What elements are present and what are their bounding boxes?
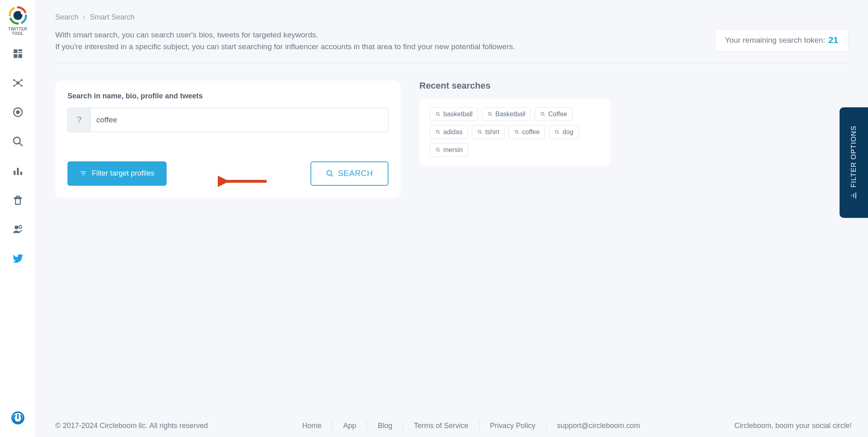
recent-searches: Recent searches basketballBasketballCoff… [419,80,610,198]
search-icon [487,111,493,117]
intro-line-1: With smart search, you can search user's… [55,29,515,41]
filter-button-label: Filter target profiles [92,169,154,178]
search-icon [514,129,520,135]
footer-links: HomeAppBlogTerms of ServicePrivacy Polic… [208,422,734,430]
app-logo[interactable]: TWITTER TOOL [4,5,32,36]
breadcrumb: Search › Smart Search [55,13,848,22]
search-icon[interactable] [12,136,24,147]
search-card-heading: Search in name, bio, profile and tweets [67,92,388,100]
svg-point-6 [21,85,23,87]
network-icon[interactable] [12,77,24,89]
search-input-group: ? [67,108,388,132]
recent-search-chip[interactable]: coffee [509,125,545,139]
sidebar: TWITTER TOOL [0,0,36,437]
search-icon [435,111,441,117]
recent-card: basketballBasketballCoffeeadidastshirtco… [419,98,610,166]
token-count: 21 [829,35,838,46]
token-box: Your remaining search token: 21 [715,29,848,52]
search-icon [326,170,334,178]
recent-search-chip[interactable]: Coffee [535,107,573,121]
recent-search-chip[interactable]: Basketball [482,107,531,121]
power-button[interactable] [11,411,25,426]
search-card: Search in name, bio, profile and tweets … [55,80,401,198]
footer-link[interactable]: Terms of Service [403,422,479,430]
svg-point-8 [16,110,20,114]
recent-heading: Recent searches [419,80,610,91]
svg-point-1 [21,12,23,14]
footer-link[interactable]: support@circleboom.com [547,422,651,430]
help-icon[interactable]: ? [68,108,91,132]
svg-rect-10 [13,171,15,175]
intro-line-2: If you're interested in a specific subje… [55,41,515,52]
recent-search-chip[interactable]: basketball [430,107,478,121]
recent-search-chip[interactable]: dog [549,125,579,139]
breadcrumb-current: Smart Search [90,13,135,21]
trash-icon[interactable] [12,194,24,206]
dashboard-icon[interactable] [12,48,24,59]
footer-link[interactable]: Blog [367,422,403,430]
search-icon [477,129,483,135]
search-button-label: SEARCH [338,169,373,178]
footer-tagline: Circleboom, boom your social circle! [734,422,852,430]
search-icon [540,111,546,117]
filter-tab-label: FILTER OPTIONS [850,126,858,188]
filter-options-tab[interactable]: FILTER OPTIONS [840,107,868,218]
search-input[interactable] [91,108,388,132]
svg-rect-11 [17,168,19,175]
filter-icon [80,170,87,177]
svg-point-3 [13,79,15,81]
svg-point-5 [13,85,15,87]
recent-search-chip[interactable]: tshirt [472,125,505,139]
copyright: © 2017-2024 Circleboom llc. All rights r… [55,422,208,430]
filter-target-profiles-button[interactable]: Filter target profiles [67,161,167,186]
search-icon [435,129,441,135]
breadcrumb-root[interactable]: Search [55,13,78,21]
recent-search-chip[interactable]: mersin [430,143,468,157]
recent-search-chip[interactable]: adidas [430,125,468,139]
footer: © 2017-2024 Circleboom llc. All rights r… [36,414,868,437]
analytics-icon[interactable] [12,165,24,176]
chevron-right-icon: › [83,13,85,21]
search-icon [435,147,441,153]
twitter-icon[interactable] [12,253,24,264]
page-description: With smart search, you can search user's… [55,29,515,53]
footer-link[interactable]: Privacy Policy [480,422,547,430]
footer-link[interactable]: Home [291,422,332,430]
filter-icon [850,191,858,200]
search-icon [554,129,560,135]
target-icon[interactable] [12,107,24,118]
token-label: Your remaining search token: [725,36,825,45]
footer-link[interactable]: App [332,422,367,430]
logo-text: TWITTER TOOL [4,27,32,36]
search-button[interactable]: SEARCH [310,161,388,186]
svg-point-13 [14,226,18,229]
svg-point-14 [19,226,22,228]
svg-point-4 [21,79,23,81]
svg-rect-12 [20,172,22,175]
people-icon[interactable] [12,224,24,235]
main-content: Search › Smart Search With smart search,… [36,0,868,437]
